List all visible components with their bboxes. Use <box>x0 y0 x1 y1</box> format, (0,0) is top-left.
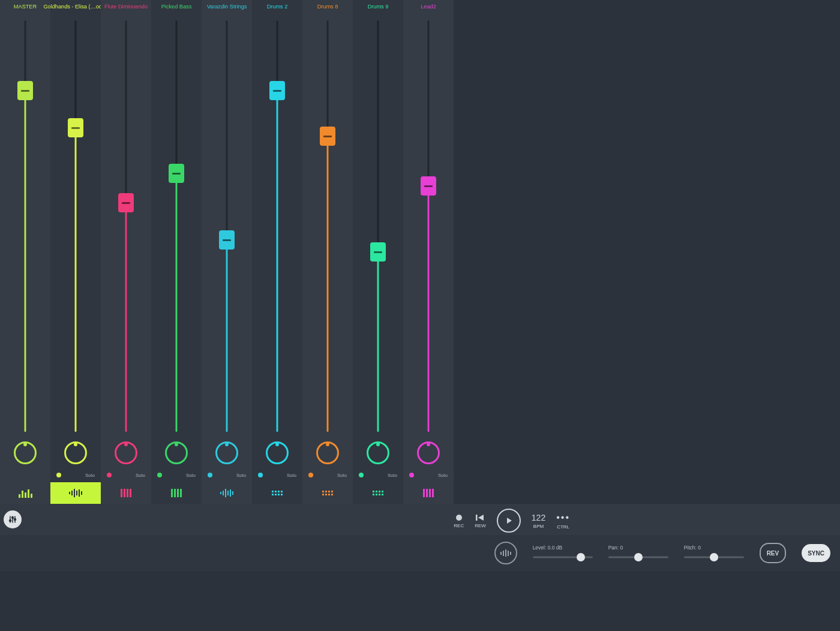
channel-strip: Flute DiminuendoSolo <box>101 0 151 504</box>
mute-button[interactable] <box>107 473 112 477</box>
pan-knob[interactable] <box>165 441 188 464</box>
pan-label: Pan: 0 <box>608 545 623 551</box>
waveform-icon <box>500 549 511 557</box>
channel-type-button[interactable] <box>302 482 353 504</box>
more-label: CTRL <box>557 524 569 530</box>
channel-name: Goldhands - Elisa (…ocal) <box>43 4 107 12</box>
channel-type-button[interactable] <box>403 482 454 504</box>
channel-name: Drums 2 <box>267 4 288 12</box>
channel-type-button[interactable] <box>202 482 252 504</box>
fader-thumb[interactable] <box>269 81 285 100</box>
channel-type-button[interactable] <box>151 482 202 504</box>
channel-strip: Varazdin StringsSolo <box>202 0 252 504</box>
mute-button[interactable] <box>359 473 364 477</box>
channel-name: Drums 8 <box>317 4 338 12</box>
mute-button[interactable] <box>56 473 61 477</box>
solo-button[interactable]: Solo <box>85 473 95 478</box>
fader[interactable] <box>0 12 50 437</box>
solo-button[interactable]: Solo <box>388 473 397 478</box>
solo-button[interactable]: Solo <box>186 473 196 478</box>
pan-knob[interactable] <box>64 441 87 464</box>
fader-thumb[interactable] <box>17 81 33 100</box>
channel-type-button[interactable] <box>50 482 101 504</box>
input-monitor-button[interactable] <box>494 542 517 564</box>
mixer-toggle-button[interactable] <box>4 510 22 528</box>
channel-name: Flute Diminuendo <box>104 4 148 12</box>
sync-button[interactable]: SYNC <box>802 544 830 562</box>
channel-type-button[interactable] <box>252 482 302 504</box>
pan-knob[interactable] <box>417 441 440 464</box>
fader[interactable] <box>50 12 101 437</box>
pan-knob[interactable] <box>115 441 137 464</box>
mute-button[interactable] <box>157 473 162 477</box>
channel-name: Varazdin Strings <box>207 4 247 12</box>
svg-marker-9 <box>507 518 512 524</box>
channel-name: MASTER <box>14 4 37 12</box>
rev-button[interactable]: REV <box>760 543 787 563</box>
mute-button[interactable] <box>258 473 263 477</box>
pan-slider[interactable] <box>608 553 668 561</box>
level-slider[interactable] <box>533 553 593 561</box>
fader-thumb[interactable] <box>219 230 235 250</box>
fader[interactable] <box>353 12 403 437</box>
mute-button[interactable] <box>208 473 212 477</box>
channel-strip: Goldhands - Elisa (…ocal)Solo <box>50 0 101 504</box>
pan-knob[interactable] <box>266 441 289 464</box>
solo-button[interactable]: Solo <box>438 473 448 478</box>
pan-knob[interactable] <box>14 441 37 464</box>
pitch-slider[interactable] <box>684 553 744 561</box>
svg-point-4 <box>12 517 14 519</box>
bottom-bar: REC REW 122 BPM ••• CTRL <box>0 504 840 535</box>
channel-strip: Drums 8Solo <box>302 0 353 504</box>
pitch-param: Pitch: 0 <box>684 545 744 561</box>
fader-thumb[interactable] <box>320 127 335 146</box>
bpm-display[interactable]: 122 BPM <box>532 513 545 529</box>
channel-strip: Drums 9Solo <box>353 0 403 504</box>
channel-name: Drums 9 <box>368 4 389 12</box>
pan-knob[interactable] <box>367 441 389 464</box>
fader[interactable] <box>101 12 151 437</box>
solo-button[interactable]: Solo <box>136 473 145 478</box>
rewind-button[interactable]: REW <box>475 513 486 528</box>
mixer: MASTERGoldhands - Elisa (…ocal)SoloFlute… <box>0 0 840 504</box>
svg-point-6 <box>456 515 462 521</box>
channel-type-button[interactable] <box>0 482 50 504</box>
pan-knob[interactable] <box>316 441 339 464</box>
channel-name: Picked Bass <box>161 4 192 12</box>
fader[interactable] <box>202 12 252 437</box>
bpm-value: 122 <box>532 513 545 522</box>
more-button[interactable]: ••• CTRL <box>556 512 570 530</box>
channel-type-button[interactable] <box>353 482 403 504</box>
fader[interactable] <box>151 12 202 437</box>
fader[interactable] <box>252 12 302 437</box>
play-button[interactable] <box>497 509 521 533</box>
level-label: Level: 0.0 dB <box>533 545 563 551</box>
fader-thumb[interactable] <box>370 242 386 262</box>
record-label: REC <box>454 523 464 528</box>
record-button[interactable]: REC <box>454 513 464 528</box>
channel-name: Lead2 <box>421 4 436 12</box>
solo-button[interactable]: Solo <box>337 473 347 478</box>
solo-button[interactable]: Solo <box>287 473 296 478</box>
ellipsis-icon: ••• <box>556 512 570 523</box>
svg-point-5 <box>14 519 16 521</box>
solo-button[interactable]: Solo <box>236 473 246 478</box>
pitch-label: Pitch: 0 <box>684 545 701 551</box>
mute-button[interactable] <box>308 473 313 477</box>
fader-thumb[interactable] <box>421 176 436 196</box>
channel-type-button[interactable] <box>101 482 151 504</box>
fader[interactable] <box>403 12 454 437</box>
fader-thumb[interactable] <box>68 118 83 137</box>
svg-marker-8 <box>478 515 484 521</box>
channel-strip: Picked BassSolo <box>151 0 202 504</box>
channel-strip: MASTER <box>0 0 50 504</box>
pan-knob[interactable] <box>215 441 238 464</box>
rewind-label: REW <box>475 523 486 528</box>
fader-thumb[interactable] <box>118 193 134 212</box>
fader-thumb[interactable] <box>169 164 184 183</box>
footer-bar: Level: 0.0 dB Pan: 0 Pitch: 0 REV SYNC <box>0 535 840 571</box>
fader[interactable] <box>302 12 353 437</box>
mute-button[interactable] <box>409 473 414 477</box>
channel-strip: Drums 2Solo <box>252 0 302 504</box>
level-param: Level: 0.0 dB <box>533 545 593 561</box>
